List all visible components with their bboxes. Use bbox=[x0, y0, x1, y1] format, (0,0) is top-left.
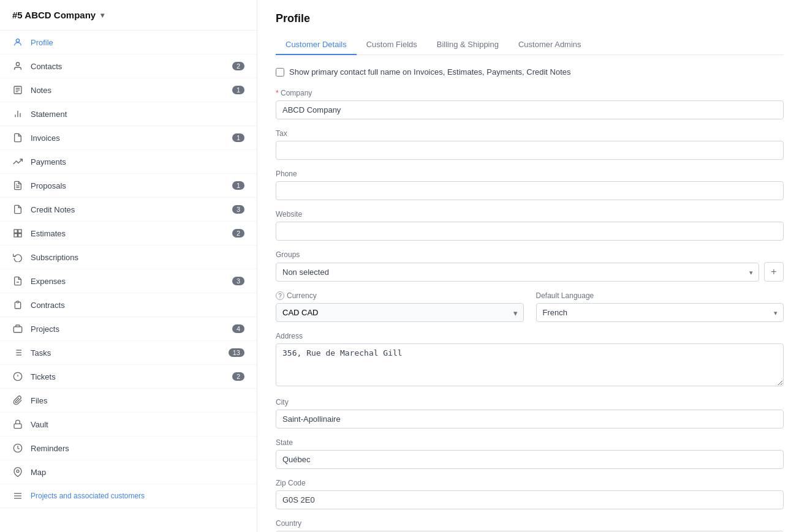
statement-icon bbox=[12, 108, 23, 119]
currency-help-icon[interactable]: ? bbox=[276, 291, 284, 300]
svg-rect-14 bbox=[14, 234, 17, 237]
groups-select[interactable]: Non selected bbox=[276, 263, 759, 282]
sidebar-item-label-tickets: Tickets bbox=[31, 372, 232, 381]
sidebar-item-profile[interactable]: Profile bbox=[0, 31, 257, 54]
sidebar-item-projects[interactable]: Projects 4 bbox=[0, 317, 257, 341]
sidebar-item-label-reminders: Reminders bbox=[31, 444, 244, 453]
sidebar-item-label-projects-associated: Projects and associated customers bbox=[31, 492, 244, 500]
primary-contact-checkbox[interactable] bbox=[276, 68, 284, 77]
sidebar-item-contracts[interactable]: Contracts bbox=[0, 293, 257, 317]
invoices-icon bbox=[12, 132, 23, 143]
sidebar-item-expenses[interactable]: Expenses 3 bbox=[0, 269, 257, 293]
expenses-icon bbox=[12, 275, 23, 287]
primary-contact-label[interactable]: Show primary contact full name on Invoic… bbox=[289, 67, 571, 77]
tax-input[interactable] bbox=[276, 141, 784, 160]
expenses-badge: 3 bbox=[232, 277, 244, 285]
primary-contact-checkbox-row: Show primary contact full name on Invoic… bbox=[276, 67, 784, 77]
tickets-icon bbox=[12, 371, 23, 382]
estimates-badge: 2 bbox=[232, 229, 244, 238]
sidebar-item-map[interactable]: Map bbox=[0, 460, 257, 484]
profile-icon bbox=[12, 37, 23, 48]
sidebar-item-payments[interactable]: Payments bbox=[0, 150, 257, 174]
sidebar-header[interactable]: #5 ABCD Company ▾ bbox=[0, 0, 257, 31]
sidebar-item-credit-notes[interactable]: Credit Notes 3 bbox=[0, 198, 257, 222]
website-input[interactable] bbox=[276, 222, 784, 241]
phone-group: Phone bbox=[276, 170, 784, 200]
svg-rect-13 bbox=[18, 230, 21, 233]
sidebar-item-label-vault: Vault bbox=[31, 420, 244, 429]
notes-badge: 1 bbox=[232, 86, 244, 94]
sidebar-item-notes[interactable]: Notes 1 bbox=[0, 78, 257, 102]
contacts-badge: 2 bbox=[232, 62, 244, 70]
sidebar-item-tickets[interactable]: Tickets 2 bbox=[0, 365, 257, 389]
svg-point-1 bbox=[16, 62, 19, 66]
phone-input[interactable] bbox=[276, 181, 784, 200]
proposals-badge: 1 bbox=[232, 181, 244, 190]
sidebar: #5 ABCD Company ▾ Profile Contacts 2 Not… bbox=[0, 0, 257, 532]
language-select[interactable]: French bbox=[536, 303, 784, 322]
groups-select-wrapper: Non selected ▾ bbox=[276, 263, 759, 282]
language-select-wrapper: French ▾ bbox=[536, 303, 784, 322]
invoices-badge: 1 bbox=[232, 133, 244, 142]
company-group: Company bbox=[276, 89, 784, 119]
groups-select-group: Non selected ▾ bbox=[276, 263, 759, 282]
state-input[interactable] bbox=[276, 450, 784, 469]
proposals-icon bbox=[12, 180, 23, 191]
sidebar-item-label-tasks: Tasks bbox=[31, 348, 229, 358]
state-group: State bbox=[276, 438, 784, 469]
address-label: Address bbox=[276, 332, 784, 340]
sidebar-item-proposals[interactable]: Proposals 1 bbox=[0, 174, 257, 198]
city-input[interactable] bbox=[276, 410, 784, 429]
sidebar-item-reminders[interactable]: Reminders bbox=[0, 436, 257, 460]
reminders-icon bbox=[12, 443, 23, 454]
notes-icon bbox=[12, 84, 23, 96]
sidebar-item-vault[interactable]: Vault bbox=[0, 413, 257, 436]
tabs: Customer Details Custom Fields Billing &… bbox=[276, 35, 784, 55]
sidebar-item-projects-associated[interactable]: Projects and associated customers bbox=[0, 484, 257, 508]
sidebar-item-subscriptions[interactable]: Subscriptions bbox=[0, 245, 257, 269]
currency-language-row: ? Currency CAD CAD ▾ Default Language Fr… bbox=[276, 291, 784, 332]
svg-point-0 bbox=[16, 39, 19, 42]
sidebar-item-label-estimates: Estimates bbox=[31, 229, 232, 238]
state-label: State bbox=[276, 438, 784, 447]
sidebar-item-files[interactable]: Files bbox=[0, 389, 257, 413]
sidebar-item-label-map: Map bbox=[31, 468, 244, 477]
city-label: City bbox=[276, 398, 784, 406]
sidebar-chevron-icon: ▾ bbox=[100, 11, 104, 20]
tab-billing-shipping[interactable]: Billing & Shipping bbox=[427, 35, 509, 55]
sidebar-item-label-projects: Projects bbox=[31, 324, 232, 334]
tax-label: Tax bbox=[276, 129, 784, 138]
currency-select[interactable]: CAD CAD bbox=[276, 303, 524, 322]
subscriptions-icon bbox=[12, 252, 23, 263]
default-language-label: Default Language bbox=[536, 291, 784, 300]
currency-label-row: ? Currency bbox=[276, 291, 524, 300]
main-content: Profile Customer Details Custom Fields B… bbox=[257, 0, 802, 532]
svg-rect-28 bbox=[14, 424, 21, 428]
sidebar-item-label-credit-notes: Credit Notes bbox=[31, 205, 232, 214]
files-icon bbox=[12, 395, 23, 406]
website-group: Website bbox=[276, 210, 784, 241]
address-input[interactable]: 356, Rue de Marechal Gill bbox=[276, 343, 784, 386]
groups-add-button[interactable]: + bbox=[764, 262, 784, 282]
svg-rect-18 bbox=[13, 327, 21, 332]
vault-icon bbox=[12, 419, 23, 430]
map-icon bbox=[12, 466, 23, 478]
tasks-icon bbox=[12, 347, 23, 358]
projects-badge: 4 bbox=[232, 324, 244, 333]
groups-group: Groups Non selected ▾ + bbox=[276, 250, 784, 282]
tab-custom-fields[interactable]: Custom Fields bbox=[357, 35, 427, 55]
sidebar-item-label-files: Files bbox=[31, 396, 244, 405]
svg-rect-17 bbox=[17, 301, 19, 303]
sidebar-item-invoices[interactable]: Invoices 1 bbox=[0, 126, 257, 150]
sidebar-item-tasks[interactable]: Tasks 13 bbox=[0, 341, 257, 365]
company-label: Company bbox=[276, 89, 784, 97]
sidebar-item-contacts[interactable]: Contacts 2 bbox=[0, 54, 257, 78]
sidebar-item-statement[interactable]: Statement bbox=[0, 102, 257, 126]
sidebar-item-estimates[interactable]: Estimates 2 bbox=[0, 222, 257, 245]
sidebar-item-label-proposals: Proposals bbox=[31, 181, 232, 190]
company-input[interactable] bbox=[276, 100, 784, 119]
tab-customer-details[interactable]: Customer Details bbox=[276, 35, 357, 55]
zip-input[interactable] bbox=[276, 490, 784, 509]
svg-rect-15 bbox=[18, 234, 21, 237]
tab-customer-admins[interactable]: Customer Admins bbox=[509, 35, 591, 55]
